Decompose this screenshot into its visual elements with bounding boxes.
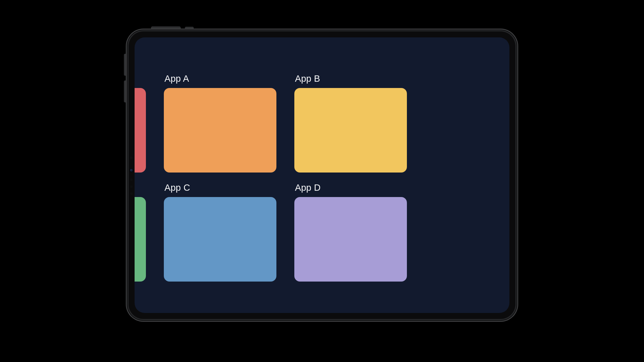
app-card-app-b[interactable] [294, 88, 407, 173]
top-button [185, 27, 194, 29]
sleep-button [151, 26, 181, 29]
app-card-app-a[interactable] [164, 88, 276, 173]
app-card-green[interactable] [135, 197, 146, 282]
app-card-label: App C [164, 183, 276, 197]
volume-down-button [124, 80, 126, 102]
app-switcher-strip[interactable]: App A App C App B App D [135, 74, 407, 282]
ipad-device-frame: App A App C App B App D [126, 29, 518, 322]
app-card-label: App A [164, 74, 276, 88]
app-card-label: App D [294, 183, 407, 197]
app-card-app-c[interactable] [164, 197, 276, 282]
ipad-screen: App A App C App B App D [135, 37, 509, 313]
app-card-label: App B [294, 74, 407, 88]
volume-up-button [124, 54, 126, 76]
app-card-app-d[interactable] [294, 197, 407, 282]
camera-cluster [130, 156, 133, 194]
app-card-red[interactable] [135, 88, 146, 173]
front-camera-icon [130, 168, 133, 172]
